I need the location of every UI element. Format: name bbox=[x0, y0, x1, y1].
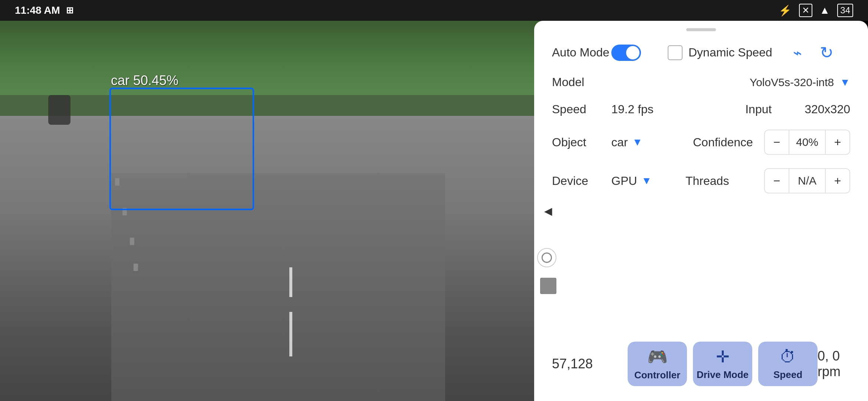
object-value: car bbox=[611, 136, 628, 149]
side-square-button[interactable] bbox=[540, 278, 556, 294]
dynamic-speed-container: Dynamic Speed bbox=[668, 45, 772, 60]
device-value: GPU bbox=[611, 174, 637, 188]
x-icon: ✕ bbox=[799, 4, 812, 17]
object-confidence-row: Object car ▼ Confidence − 40% + bbox=[552, 130, 850, 155]
confidence-stepper: − 40% + bbox=[764, 130, 850, 155]
status-time-area: 11:48 AM ⊞ bbox=[15, 4, 73, 16]
confidence-increase-button[interactable]: + bbox=[826, 130, 849, 154]
road-line bbox=[289, 312, 292, 356]
camera-view: car 50.45% ◀ bbox=[0, 21, 556, 401]
drive-mode-label: Drive Mode bbox=[697, 369, 749, 381]
controller-icon: 🎮 bbox=[647, 347, 668, 366]
device-select[interactable]: GPU ▼ bbox=[611, 174, 671, 188]
side-circle-button[interactable] bbox=[537, 248, 556, 267]
status-bar: 11:48 AM ⊞ ⚡ ✕ ▲ 34 bbox=[0, 0, 868, 21]
battery-icon: 34 bbox=[837, 4, 853, 17]
threads-stepper: − N/A + bbox=[764, 168, 850, 193]
road-background: car 50.45% ◀ bbox=[0, 21, 556, 401]
speed-row: Speed 19.2 fps Input 320x320 bbox=[552, 102, 850, 116]
cone-2 bbox=[130, 238, 134, 245]
confidence-label: Confidence bbox=[693, 136, 753, 149]
speed-button[interactable]: ⏱ Speed bbox=[758, 342, 818, 386]
status-icons: ⚡ ✕ ▲ 34 bbox=[779, 4, 853, 17]
dynamic-speed-checkbox[interactable] bbox=[668, 45, 683, 60]
device-threads-row: Device GPU ▼ Threads − N/A + bbox=[552, 168, 850, 193]
object-label: Object bbox=[552, 136, 611, 149]
model-label: Model bbox=[552, 75, 611, 89]
speed-btn-label: Speed bbox=[773, 369, 802, 381]
threads-label: Threads bbox=[685, 174, 729, 188]
action-buttons: 🎮 Controller ✛ Drive Mode ⏱ Speed bbox=[628, 342, 818, 386]
bottom-row: 57,128 🎮 Controller ✛ Drive Mode ⏱ Speed… bbox=[552, 342, 850, 386]
toggle-container: Dynamic Speed ⌁ ↻ bbox=[611, 43, 834, 62]
dynamic-speed-label: Dynamic Speed bbox=[688, 46, 772, 59]
input-label: Input bbox=[745, 102, 790, 116]
detection-bounding-box: car 50.45% bbox=[109, 88, 254, 210]
clock: 11:48 AM bbox=[15, 4, 60, 16]
grid-icon: ⊞ bbox=[66, 5, 73, 16]
auto-mode-row: Auto Mode Dynamic Speed ⌁ ↻ bbox=[552, 43, 850, 62]
toggle-knob bbox=[626, 46, 640, 59]
detection-label: car 50.45% bbox=[111, 73, 178, 88]
device-label: Device bbox=[552, 174, 611, 188]
model-dropdown-arrow[interactable]: ▼ bbox=[840, 76, 850, 88]
motorcycle-silhouette bbox=[48, 95, 70, 125]
side-collapse-arrow[interactable]: ◀ bbox=[540, 196, 556, 226]
wifi-icon: ▲ bbox=[820, 4, 830, 16]
device-dropdown-arrow[interactable]: ▼ bbox=[641, 175, 652, 187]
speed-value: 19.2 fps bbox=[611, 102, 671, 116]
threads-decrease-button[interactable]: − bbox=[765, 169, 789, 193]
bluetooth-icon: ⚡ bbox=[779, 4, 792, 17]
controller-button[interactable]: 🎮 Controller bbox=[628, 342, 687, 386]
speed-icon: ⏱ bbox=[780, 348, 796, 366]
cone-1 bbox=[134, 264, 138, 271]
drive-mode-button[interactable]: ✛ Drive Mode bbox=[693, 342, 752, 386]
panel-handle[interactable] bbox=[686, 28, 716, 31]
threads-increase-button[interactable]: + bbox=[826, 169, 849, 193]
threads-value: N/A bbox=[789, 169, 826, 193]
settings-panel: Auto Mode Dynamic Speed ⌁ ↻ Model YoloV5… bbox=[534, 21, 868, 401]
object-select[interactable]: car ▼ bbox=[611, 136, 678, 149]
model-select[interactable]: YoloV5s-320-int8 ▼ bbox=[750, 76, 850, 89]
auto-mode-label: Auto Mode bbox=[552, 46, 611, 59]
drive-mode-icon: ✛ bbox=[716, 347, 730, 366]
confidence-decrease-button[interactable]: − bbox=[765, 130, 789, 154]
usb-icon[interactable]: ⌁ bbox=[793, 44, 802, 61]
trees-overlay bbox=[0, 21, 556, 95]
model-value: YoloV5s-320-int8 bbox=[750, 76, 834, 89]
rpm-value: 0, 0 rpm bbox=[818, 348, 850, 379]
confidence-value: 40% bbox=[789, 130, 826, 154]
model-row: Model YoloV5s-320-int8 ▼ bbox=[552, 75, 850, 89]
road-line-2 bbox=[289, 267, 292, 297]
object-dropdown-arrow[interactable]: ▼ bbox=[632, 136, 642, 148]
speed-label: Speed bbox=[552, 102, 611, 116]
auto-mode-toggle[interactable] bbox=[611, 45, 641, 61]
controller-label: Controller bbox=[634, 369, 680, 381]
count-value: 57,128 bbox=[552, 356, 619, 372]
refresh-icon[interactable]: ↻ bbox=[820, 43, 834, 62]
circle-icon bbox=[542, 252, 552, 263]
input-value: 320x320 bbox=[805, 102, 850, 116]
